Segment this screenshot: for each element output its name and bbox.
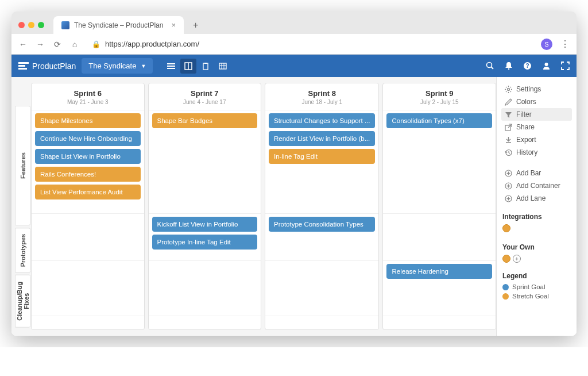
card[interactable]: Continue New Hire Onboarding [35, 131, 141, 146]
sprint-header[interactable]: Sprint 7June 4 - June 17 [149, 83, 261, 110]
browser-menu-button[interactable]: ⋮ [560, 39, 570, 49]
lane-section[interactable]: Kickoff List View in PortfolioPrototype … [149, 214, 261, 261]
share-icon [505, 124, 512, 131]
favicon-icon [61, 21, 69, 29]
svg-point-20 [508, 88, 510, 90]
lane-section[interactable] [32, 261, 144, 316]
card[interactable]: Release Hardening [386, 264, 492, 279]
sidebar-item-share[interactable]: Share [501, 121, 572, 133]
plus-circle-icon [505, 195, 512, 202]
lane-section[interactable]: Consolidation Types (x7) [383, 110, 496, 214]
address-bar[interactable]: 🔒 https://app.productplan.com/ [87, 37, 533, 51]
home-button[interactable]: ⌂ [70, 40, 79, 49]
card[interactable]: In-line Tag Edit [269, 149, 375, 164]
window-controls [18, 22, 44, 28]
lane-section[interactable]: Release Hardening [383, 261, 496, 316]
sidebar-item-add-lane[interactable]: Add Lane [501, 192, 572, 205]
sidebar-item-add-container[interactable]: Add Container [501, 179, 572, 192]
sidebar-item-settings[interactable]: Settings [501, 83, 572, 95]
minimize-window-button[interactable] [28, 22, 34, 28]
lane-section[interactable] [265, 261, 378, 316]
user-icon[interactable] [542, 62, 551, 70]
fullscreen-icon[interactable] [561, 62, 570, 70]
lane-section[interactable]: Shape MilestonesContinue New Hire Onboar… [32, 110, 144, 214]
lane-section[interactable] [383, 214, 496, 261]
sprint-header[interactable]: Sprint 6May 21 - June 3 [32, 83, 144, 110]
search-icon[interactable] [486, 62, 494, 70]
legend-row[interactable]: Sprint Goal [501, 282, 572, 291]
lane-label-cleanup[interactable]: Cleanup/Bug Fixes [15, 275, 31, 328]
view-toggle-group [163, 59, 231, 74]
add-integration-button[interactable]: + [513, 255, 521, 263]
svg-rect-2 [18, 68, 27, 70]
lane-section[interactable] [149, 261, 261, 316]
integration-icon[interactable] [502, 224, 510, 232]
svg-rect-3 [167, 63, 175, 64]
sidebar-item-filter[interactable]: Filter [501, 108, 572, 121]
card[interactable]: Consolidation Types (x7) [386, 113, 492, 128]
lane-section[interactable] [32, 214, 144, 261]
roadmap-selector[interactable]: The Syndicate ▼ [82, 58, 153, 74]
browser-tab[interactable]: The Syndicate – ProductPlan × [53, 16, 184, 34]
card[interactable]: List View Performance Audit [35, 185, 141, 199]
sidebar-item-label: Filter [516, 110, 532, 118]
card[interactable]: Render List View in Portfolio (b... [269, 131, 375, 146]
maximize-window-button[interactable] [38, 22, 44, 28]
lane-label-features[interactable]: Features [15, 106, 31, 225]
lane-section[interactable]: Shape Bar Badges [149, 110, 261, 214]
legend-dot [502, 293, 509, 300]
svg-text:?: ? [525, 63, 529, 69]
profile-avatar[interactable]: S [541, 39, 552, 50]
close-window-button[interactable] [18, 22, 25, 28]
sidebar-item-label: History [516, 148, 537, 156]
close-tab-icon[interactable]: × [171, 21, 176, 29]
plus-circle-icon [505, 170, 512, 177]
legend-dot [502, 284, 509, 290]
app-body: Features Prototypes Cleanup/Bug Fixes Sp… [11, 77, 577, 336]
lock-icon: 🔒 [92, 40, 100, 48]
lane-labels: Features Prototypes Cleanup/Bug Fixes [15, 106, 31, 330]
plus-circle-icon [505, 182, 512, 190]
sidebar-item-colors[interactable]: Colors [501, 95, 572, 108]
legend-row[interactable]: Stretch Goal [501, 291, 572, 301]
sprint-header[interactable]: Sprint 8June 18 - July 1 [265, 83, 378, 110]
sidebar-item-label: Colors [516, 98, 536, 106]
forward-button[interactable]: → [36, 40, 45, 49]
lane-section[interactable]: Prototype Consolidation Types [265, 214, 378, 261]
legend-heading: Legend [501, 272, 572, 280]
card[interactable]: Prototype In-line Tag Edit [152, 235, 258, 250]
lane-section[interactable]: Structural Changes to Support ...Render … [265, 110, 378, 214]
back-button[interactable]: ← [18, 40, 28, 49]
sprint-header[interactable]: Sprint 9July 2 - July 15 [383, 83, 496, 110]
brand[interactable]: ProductPlan [18, 62, 76, 71]
own-integration-icon[interactable] [502, 255, 510, 263]
url-text: https://app.productplan.com/ [105, 40, 199, 48]
view-board-button[interactable] [180, 59, 196, 74]
reload-button[interactable]: ⟳ [53, 40, 62, 49]
lane-label-prototypes[interactable]: Prototypes [15, 228, 31, 273]
card[interactable]: Kickoff List View in Portfolio [152, 217, 258, 232]
sidebar-item-add-bar[interactable]: Add Bar [501, 167, 572, 179]
card[interactable]: Prototype Consolidation Types [269, 217, 375, 232]
legend-label: Stretch Goal [512, 293, 549, 300]
sidebar-item-export[interactable]: Export [501, 133, 572, 146]
view-table-button[interactable] [215, 59, 231, 74]
browser-toolbar: ← → ⟳ ⌂ 🔒 https://app.productplan.com/ S… [11, 34, 577, 55]
legend-label: Sprint Goal [512, 283, 546, 290]
view-list-button[interactable] [163, 59, 179, 74]
sprint-dates: May 21 - June 3 [34, 99, 142, 105]
sidebar-item-history[interactable]: History [501, 146, 572, 159]
bell-icon[interactable] [505, 62, 513, 70]
sidebar-item-label: Add Bar [516, 169, 541, 177]
card[interactable]: Rails Conferences! [35, 167, 141, 182]
gear-icon [505, 86, 512, 93]
card[interactable]: Shape Milestones [35, 113, 141, 128]
card[interactable]: Shape List View in Portfolio [35, 149, 141, 164]
card[interactable]: Structural Changes to Support ... [269, 113, 375, 128]
new-tab-button[interactable]: + [187, 17, 204, 34]
header-actions: ? [486, 62, 570, 70]
help-icon[interactable]: ? [523, 62, 532, 70]
card[interactable]: Shape Bar Badges [152, 113, 258, 128]
sprint-column: Sprint 7June 4 - June 17Shape Bar Badges… [148, 83, 262, 330]
view-clipboard-button[interactable] [198, 59, 214, 74]
